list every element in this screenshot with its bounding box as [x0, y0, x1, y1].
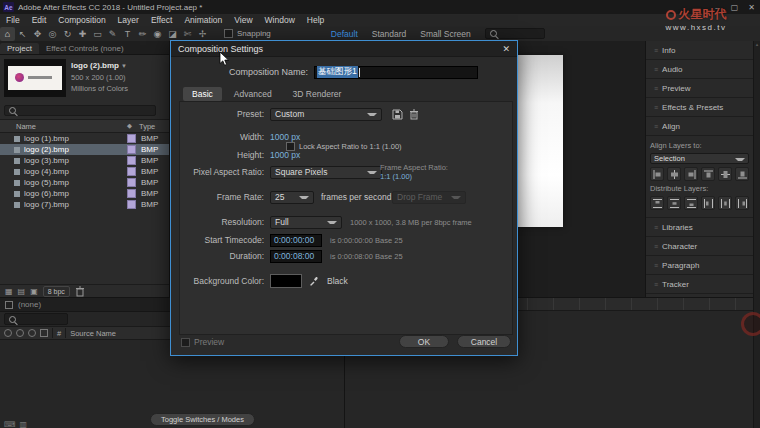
- table-row[interactable]: logo (3).bmp BMP: [0, 155, 169, 166]
- footage-thumbnail[interactable]: [4, 59, 66, 97]
- menu-animation[interactable]: Animation: [178, 15, 228, 25]
- lock-column-icon[interactable]: [40, 329, 48, 337]
- distribute-top-icon[interactable]: [650, 196, 664, 210]
- panel-effects-presets[interactable]: ≡Effects & Presets: [646, 98, 753, 117]
- panel-preview[interactable]: ≡Preview: [646, 79, 753, 98]
- workspace-search-input[interactable]: [485, 28, 545, 39]
- table-row[interactable]: logo (6).bmp BMP: [0, 188, 169, 199]
- menu-window[interactable]: Window: [259, 15, 301, 25]
- table-row[interactable]: logo (2).bmp BMP: [0, 144, 169, 155]
- workspace-standard[interactable]: Standard: [372, 29, 407, 39]
- panel-tracker[interactable]: ≡Tracker: [646, 275, 753, 294]
- pixel-aspect-dropdown[interactable]: Square Pixels: [270, 166, 382, 179]
- align-bottom-icon[interactable]: [735, 167, 749, 181]
- start-timecode-input[interactable]: 0:00:00:00: [270, 234, 322, 247]
- project-search-input[interactable]: [4, 105, 156, 116]
- delete-preset-icon[interactable]: [409, 109, 419, 120]
- timeline-search-input[interactable]: [4, 313, 68, 325]
- trash-icon[interactable]: [75, 286, 85, 297]
- roto-brush-tool-icon[interactable]: ✄: [180, 27, 195, 41]
- distribute-bottom-icon[interactable]: [684, 196, 698, 210]
- chevron-down-icon[interactable]: ▼: [121, 63, 127, 69]
- hand-tool-icon[interactable]: ✥: [30, 27, 45, 41]
- label-color-chip[interactable]: [127, 178, 136, 187]
- snapping-checkbox[interactable]: [224, 29, 233, 38]
- background-color-swatch[interactable]: [270, 274, 302, 288]
- label-color-chip[interactable]: [127, 145, 136, 154]
- clone-stamp-tool-icon[interactable]: ◉: [150, 27, 165, 41]
- column-type[interactable]: Type: [139, 122, 169, 131]
- label-color-chip[interactable]: [127, 156, 136, 165]
- column-source-name[interactable]: Source Name: [70, 329, 116, 338]
- height-value[interactable]: 1000 px: [270, 150, 300, 160]
- color-depth-button[interactable]: 8 bpc: [43, 286, 70, 297]
- distribute-vcenter-icon[interactable]: [667, 196, 681, 210]
- menu-composition[interactable]: Composition: [52, 15, 111, 25]
- eraser-tool-icon[interactable]: ◪: [165, 27, 180, 41]
- shape-tool-icon[interactable]: ▭: [90, 27, 105, 41]
- solo-column-icon[interactable]: [28, 329, 36, 337]
- align-top-icon[interactable]: [701, 167, 715, 181]
- new-composition-icon[interactable]: ▣: [30, 287, 38, 296]
- eyedropper-icon[interactable]: [309, 276, 319, 286]
- menu-effect[interactable]: Effect: [145, 15, 179, 25]
- home-tool-icon[interactable]: ⌂: [0, 27, 15, 41]
- zoom-tool-icon[interactable]: ◎: [45, 27, 60, 41]
- column-name[interactable]: Name: [0, 122, 127, 131]
- audio-column-icon[interactable]: [16, 329, 24, 337]
- menu-layer[interactable]: Layer: [112, 15, 145, 25]
- ok-button[interactable]: OK: [399, 335, 449, 348]
- panel-paragraph[interactable]: ≡Paragraph: [646, 256, 753, 275]
- puppet-pin-tool-icon[interactable]: ✢: [195, 27, 210, 41]
- align-right-icon[interactable]: [684, 167, 698, 181]
- video-column-icon[interactable]: [4, 329, 12, 337]
- table-row[interactable]: logo (1).bmp BMP: [0, 133, 169, 144]
- workspace-small-screen[interactable]: Small Screen: [420, 29, 471, 39]
- new-folder-icon[interactable]: ▤: [18, 287, 26, 296]
- workspace-default[interactable]: Default: [331, 29, 358, 39]
- label-color-chip[interactable]: [127, 134, 136, 143]
- distribute-hcenter-icon[interactable]: [718, 196, 732, 210]
- save-preset-icon[interactable]: [392, 109, 403, 120]
- table-row[interactable]: logo (5).bmp BMP: [0, 177, 169, 188]
- column-number[interactable]: #: [57, 329, 61, 338]
- pen-tool-icon[interactable]: ✎: [105, 27, 120, 41]
- distribute-left-icon[interactable]: [701, 196, 715, 210]
- align-left-icon[interactable]: [650, 167, 664, 181]
- panel-character[interactable]: ≡Character: [646, 237, 753, 256]
- table-row[interactable]: logo (7).bmp BMP: [0, 199, 169, 210]
- selection-tool-icon[interactable]: ↖: [15, 27, 30, 41]
- table-row[interactable]: logo (4).bmp BMP: [0, 166, 169, 177]
- distribute-right-icon[interactable]: [735, 196, 749, 210]
- menu-edit[interactable]: Edit: [26, 15, 53, 25]
- composition-name-input[interactable]: 基础图形1: [314, 66, 478, 79]
- frame-rate-dropdown[interactable]: 25: [270, 191, 314, 204]
- resolution-dropdown[interactable]: Full: [270, 216, 342, 229]
- panel-libraries[interactable]: ≡Libraries: [646, 218, 753, 237]
- type-tool-icon[interactable]: T: [120, 27, 135, 41]
- tab-basic[interactable]: Basic: [183, 87, 222, 101]
- brush-tool-icon[interactable]: ✏: [135, 27, 150, 41]
- orbit-tool-icon[interactable]: ↻: [60, 27, 75, 41]
- interpret-footage-icon[interactable]: ▦: [5, 287, 13, 296]
- right-scroll-strip[interactable]: ▴: [753, 41, 760, 428]
- menu-help[interactable]: Help: [301, 15, 330, 25]
- label-color-chip[interactable]: [127, 189, 136, 198]
- dialog-close-icon[interactable]: ✕: [502, 44, 510, 54]
- label-color-chip[interactable]: [127, 167, 136, 176]
- duration-input[interactable]: 0:00:08:00: [270, 250, 322, 263]
- panel-align[interactable]: ≡Align: [646, 117, 753, 136]
- tab-effect-controls[interactable]: Effect Controls (none): [39, 43, 131, 54]
- align-vcenter-icon[interactable]: [718, 167, 732, 181]
- panel-info[interactable]: ≡Info: [646, 41, 753, 60]
- tab-project[interactable]: Project: [0, 43, 39, 54]
- dialog-titlebar[interactable]: Composition Settings ✕: [171, 41, 517, 57]
- menu-file[interactable]: File: [0, 15, 26, 25]
- align-hcenter-icon[interactable]: [667, 167, 681, 181]
- tab-advanced[interactable]: Advanced: [225, 87, 281, 101]
- pan-behind-tool-icon[interactable]: ✚: [75, 27, 90, 41]
- cancel-button[interactable]: Cancel: [457, 335, 511, 348]
- preview-checkbox[interactable]: [181, 338, 190, 347]
- label-column-icon[interactable]: ◆: [127, 122, 139, 130]
- toggle-switches-modes-button[interactable]: Toggle Switches / Modes: [150, 413, 255, 426]
